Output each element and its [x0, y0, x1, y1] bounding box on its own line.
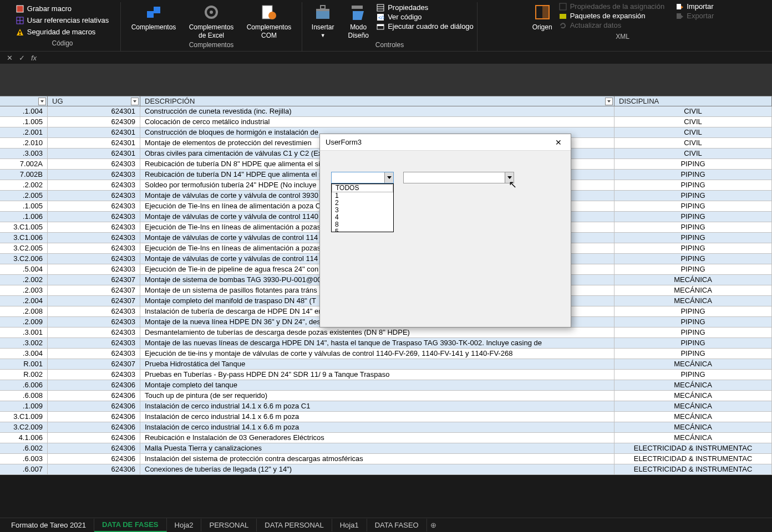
cell-ug[interactable]: 624303: [48, 264, 140, 274]
dropdown-list[interactable]: TODOS123485: [331, 183, 394, 232]
sheet-tab[interactable]: Hoja2: [167, 519, 202, 531]
cell-ug[interactable]: 624303: [48, 254, 140, 264]
cell-desc[interactable]: Instalación de cerco industrial 14.1 x 6…: [140, 412, 614, 422]
cell-id[interactable]: .6.006: [0, 380, 48, 390]
cell-ug[interactable]: 624303: [48, 222, 140, 232]
cell-ug[interactable]: 624306: [48, 454, 140, 464]
cell-id[interactable]: .1.006: [0, 212, 48, 222]
record-macro-button[interactable]: Grabar macro: [16, 3, 72, 14]
cell-id[interactable]: 3.C1.006: [0, 233, 48, 243]
table-row[interactable]: .1.005624309Colocación de cerco metálico…: [0, 117, 772, 127]
header-disc[interactable]: DISCIPLINA: [614, 96, 772, 106]
cell-disc[interactable]: PIPING: [614, 170, 772, 180]
cell-disc[interactable]: PIPING: [614, 243, 772, 253]
cell-desc[interactable]: Montaje de las nuevas líneas de descarga…: [140, 338, 614, 348]
addins-button[interactable]: Complementos: [125, 2, 182, 32]
table-row[interactable]: .6.007624306Conexiones de tuberías de ll…: [0, 464, 772, 475]
cell-id[interactable]: .3.003: [0, 149, 48, 158]
cell-desc[interactable]: Reubicación e Instalación de 03 Generado…: [140, 433, 614, 443]
cell-ug[interactable]: 624303: [48, 180, 140, 190]
cell-disc[interactable]: PIPING: [614, 180, 772, 190]
insert-control-button[interactable]: Insertar ▼: [304, 2, 341, 40]
table-row[interactable]: .3.001624303Desmantelamiento de tuberías…: [0, 328, 772, 338]
cell-id[interactable]: .2.009: [0, 317, 48, 327]
dropdown-arrow-icon[interactable]: [384, 172, 393, 183]
filter-button-id[interactable]: [38, 98, 46, 105]
design-mode-button[interactable]: Modo Diseño: [341, 2, 375, 40]
cell-id[interactable]: .6.003: [0, 454, 48, 464]
cell-id[interactable]: 3.C2.006: [0, 254, 48, 264]
table-row[interactable]: .6.003624306Instalación del sistema de p…: [0, 454, 772, 464]
cell-desc[interactable]: Touch up de pintura (de ser requerido): [140, 391, 614, 401]
cell-ug[interactable]: 624306: [48, 433, 140, 443]
cell-disc[interactable]: MECÁNICA: [614, 380, 772, 390]
use-relative-refs-button[interactable]: Usar referencias relativas: [16, 15, 109, 25]
dialog-close-button[interactable]: ✕: [552, 138, 565, 147]
cell-id[interactable]: R.002: [0, 370, 48, 380]
cell-disc[interactable]: MECÁNICA: [614, 401, 772, 411]
cell-id[interactable]: .1.005: [0, 117, 48, 127]
cell-ug[interactable]: 624303: [48, 243, 140, 253]
filter-button-desc[interactable]: [605, 98, 613, 105]
sheet-tab[interactable]: PERSONAL: [201, 519, 257, 531]
table-row[interactable]: .1.009624306Instalación de cerco industr…: [0, 401, 772, 412]
cell-disc[interactable]: PIPING: [614, 264, 772, 274]
cell-desc[interactable]: Instalación de cerco industrial 14.1 x 6…: [140, 422, 614, 432]
cell-desc[interactable]: Instalación de cerco industrial 14.1 x 6…: [140, 401, 614, 411]
cell-disc[interactable]: ELECTRICIDAD & INSTRUMENTAC: [614, 443, 772, 453]
combobox-2[interactable]: [403, 172, 514, 183]
cell-disc[interactable]: PIPING: [614, 212, 772, 222]
cell-id[interactable]: 3.C1.005: [0, 222, 48, 232]
cell-disc[interactable]: MECÁNICA: [614, 422, 772, 432]
cell-desc[interactable]: Prueba Hidrostática del Tanque: [140, 359, 614, 369]
cell-id[interactable]: 4.1.006: [0, 433, 48, 443]
table-row[interactable]: .3.002624303Montaje de las nuevas líneas…: [0, 338, 772, 349]
table-row[interactable]: .6.002624306Malla Puesta Tierra y canali…: [0, 443, 772, 454]
cell-disc[interactable]: MECÁNICA: [614, 285, 772, 295]
cell-disc[interactable]: MECÁNICA: [614, 433, 772, 443]
cell-desc[interactable]: Montaje completo del tanque: [140, 380, 614, 390]
cell-disc[interactable]: MECÁNICA: [614, 359, 772, 369]
cell-ug[interactable]: 624307: [48, 275, 140, 285]
cell-ug[interactable]: 624306: [48, 464, 140, 474]
table-row[interactable]: 4.1.006624306Reubicación e Instalación d…: [0, 433, 772, 443]
cell-id[interactable]: .3.004: [0, 349, 48, 359]
cell-ug[interactable]: 624306: [48, 412, 140, 422]
cell-ug[interactable]: 624303: [48, 306, 140, 316]
xml-import-button[interactable]: Importar: [676, 2, 719, 11]
macro-security-button[interactable]: Seguridad de macros: [16, 27, 96, 37]
cancel-formula-button[interactable]: ✕: [3, 54, 16, 62]
cell-disc[interactable]: CIVIL: [614, 138, 772, 148]
cell-disc[interactable]: PIPING: [614, 306, 772, 316]
dropdown-option[interactable]: 4: [332, 214, 393, 221]
cell-id[interactable]: .2.010: [0, 138, 48, 148]
sheet-tab[interactable]: DATA DE FASES: [94, 518, 167, 532]
cell-disc[interactable]: CIVIL: [614, 127, 772, 137]
table-row[interactable]: R.001624307Prueba Hidrostática del Tanqu…: [0, 359, 772, 370]
cell-disc[interactable]: PIPING: [614, 233, 772, 243]
sheet-tab[interactable]: Formato de Tareo 2021: [3, 519, 94, 531]
cell-id[interactable]: .3.002: [0, 338, 48, 348]
cell-desc[interactable]: Ejecución de tie-ins y montaje de válvul…: [140, 349, 614, 359]
table-row[interactable]: .6.006624306Montaje completo del tanqueM…: [0, 380, 772, 391]
dropdown-option[interactable]: 3: [332, 207, 393, 214]
cell-id[interactable]: .1.004: [0, 106, 48, 116]
accept-formula-button[interactable]: ✓: [16, 54, 28, 62]
dropdown-option[interactable]: 2: [332, 200, 393, 207]
cell-ug[interactable]: 624309: [48, 117, 140, 127]
cell-ug[interactable]: 624307: [48, 285, 140, 295]
cell-ug[interactable]: 624301: [48, 138, 140, 148]
cell-ug[interactable]: 624303: [48, 170, 140, 180]
cell-id[interactable]: 3.C2.005: [0, 243, 48, 253]
cell-ug[interactable]: 624303: [48, 233, 140, 243]
xml-expansion-packs-button[interactable]: Paquetes de expansión: [559, 12, 671, 20]
header-ug[interactable]: UG: [48, 96, 140, 106]
cell-ug[interactable]: 624303: [48, 370, 140, 380]
cell-ug[interactable]: 624303: [48, 349, 140, 359]
table-row[interactable]: 3.C2.009624306Instalación de cerco indus…: [0, 422, 772, 433]
cell-id[interactable]: .5.004: [0, 264, 48, 274]
cell-disc[interactable]: PIPING: [614, 201, 772, 211]
table-row[interactable]: .3.004624303Ejecución de tie-ins y monta…: [0, 349, 772, 359]
cell-id[interactable]: .2.002: [0, 180, 48, 190]
cell-id[interactable]: .1.009: [0, 401, 48, 411]
